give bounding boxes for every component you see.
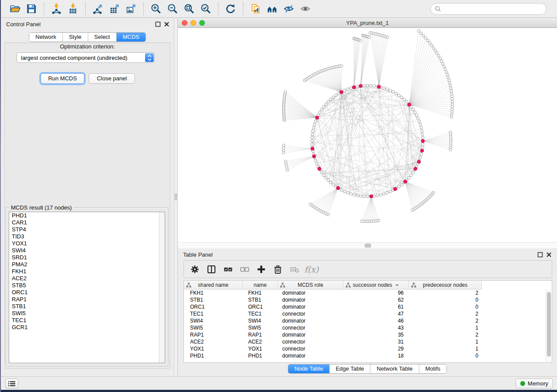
mcds-result-item[interactable]: RAP1 <box>9 296 165 303</box>
table-row[interactable]: FKH1FKH1dominator962 <box>184 289 482 296</box>
mcds-result-item[interactable]: TEC1 <box>9 317 165 324</box>
network-window-title: YPA_prune.txt_1 <box>178 20 557 26</box>
mcds-result-item[interactable]: YOX1 <box>9 240 165 247</box>
hide-selected-button[interactable] <box>280 2 297 16</box>
tab-edge-table[interactable]: Edge Table <box>329 364 370 373</box>
task-history-button[interactable] <box>5 378 18 389</box>
mcds-result-item[interactable]: SWI4 <box>9 247 165 254</box>
table-cell: connector <box>278 324 343 331</box>
optimization-criterion-dropdown[interactable]: largest connected component (undirected) <box>17 52 155 63</box>
tab-network-table[interactable]: Network Table <box>370 364 419 373</box>
table-toolbar: f(x) <box>183 260 552 278</box>
mcds-result-item[interactable]: GCR1 <box>9 324 165 331</box>
vscrollbar-thumb[interactable] <box>547 292 551 357</box>
mcds-list-scrollbar[interactable] <box>159 212 165 363</box>
import-network-icon <box>51 3 62 14</box>
delete-table-button[interactable] <box>287 262 302 276</box>
table-row[interactable]: PHD1PHD1dominator180 <box>184 352 482 359</box>
divider-handle[interactable] <box>175 193 177 200</box>
table-cell: connector <box>278 310 343 317</box>
tab-mcds[interactable]: MCDS <box>116 33 145 41</box>
show-all-button[interactable] <box>297 2 314 16</box>
export-image-button[interactable] <box>123 2 139 16</box>
first-neighbors-button[interactable] <box>264 2 280 16</box>
zoom-in-button[interactable] <box>148 2 164 16</box>
close-panel-icon[interactable] <box>546 252 552 258</box>
table-row[interactable]: RAP1RAP1dominator352 <box>184 331 482 338</box>
memory-button[interactable]: Memory <box>515 378 553 389</box>
table-row[interactable]: TEC1TEC1connector472 <box>184 310 482 317</box>
table-cell: PHD1 <box>184 352 243 359</box>
table-cell: 2 <box>409 289 482 296</box>
mcds-result-item[interactable]: STB5 <box>9 282 165 289</box>
table-cell: 62 <box>343 296 409 303</box>
import-table-button[interactable] <box>65 2 81 16</box>
table-vertical-scrollbar[interactable] <box>546 289 552 362</box>
main-toolbar <box>1 0 557 18</box>
tab-network[interactable]: Network <box>29 33 62 41</box>
column-header-MCDS-role[interactable]: MCDS role <box>278 281 343 289</box>
mcds-result-item[interactable]: CAR1 <box>9 219 165 226</box>
mcds-result-list[interactable]: PHD1CAR1STP4TID3YOX1SWI4SRD1PMA2FKH1ACE2… <box>9 212 165 363</box>
table-settings-button[interactable] <box>187 262 202 276</box>
deselect-all-columns-button[interactable] <box>237 262 252 276</box>
float-panel-icon[interactable] <box>155 21 161 27</box>
column-header-predecessor-nodes[interactable]: predecessor nodes <box>409 281 482 289</box>
delete-column-button[interactable] <box>270 262 285 276</box>
memory-status-icon <box>520 381 525 386</box>
run-mcds-button[interactable]: Run MCDS <box>41 73 84 84</box>
export-network-button[interactable] <box>90 2 106 16</box>
show-columns-button[interactable] <box>204 262 219 276</box>
search-input[interactable] <box>444 5 546 14</box>
select-all-columns-button[interactable] <box>221 262 235 276</box>
table-row[interactable]: ORC1ORC1dominator610 <box>184 303 482 310</box>
hscrollbar-thumb[interactable] <box>365 244 371 248</box>
mcds-result-item[interactable]: SRD1 <box>9 254 165 261</box>
column-header-successor-nodes[interactable]: successor nodes <box>343 281 409 289</box>
tab-select[interactable]: Select <box>88 33 116 41</box>
mcds-result-item[interactable]: STP4 <box>9 226 165 233</box>
network-window-titlebar[interactable]: YPA_prune.txt_1 <box>178 18 557 28</box>
mcds-result-item[interactable]: ORC1 <box>9 289 165 296</box>
table-cell: 1 <box>409 345 482 352</box>
zoom-selected-button[interactable] <box>197 2 214 16</box>
import-network-button[interactable] <box>48 2 65 16</box>
table-row[interactable]: SWI5SWI5connector431 <box>184 324 482 331</box>
zoom-out-button[interactable] <box>164 2 181 16</box>
table-row[interactable]: STB1STB1dominator620 <box>184 296 482 303</box>
export-table-button[interactable] <box>106 2 123 16</box>
new-network-from-selection-button[interactable] <box>247 2 264 16</box>
close-panel-button[interactable]: Close panel <box>89 73 135 84</box>
table-row[interactable]: YOX1YOX1connector291 <box>184 345 482 352</box>
function-builder-button[interactable]: f(x) <box>304 262 318 276</box>
network-horizontal-scrollbar[interactable] <box>178 242 557 248</box>
network-canvas[interactable] <box>178 28 557 242</box>
network-graph[interactable] <box>178 28 557 242</box>
refresh-button[interactable] <box>222 2 239 16</box>
table-row[interactable]: ACE2ACE2connector311 <box>184 338 482 345</box>
panel-divider[interactable] <box>174 18 178 376</box>
mcds-result-item[interactable]: PHD1 <box>9 212 165 219</box>
close-panel-icon[interactable] <box>164 21 170 27</box>
column-header-name[interactable]: name <box>243 281 278 289</box>
tab-node-table[interactable]: Node Table <box>288 364 329 373</box>
create-column-button[interactable] <box>254 262 269 276</box>
shared-column-icon <box>411 282 416 288</box>
mcds-result-item[interactable]: PMA2 <box>9 261 165 268</box>
search-field[interactable] <box>430 3 547 15</box>
zoom-fit-button[interactable] <box>181 2 197 16</box>
export-image-icon <box>125 3 137 14</box>
tab-style[interactable]: Style <box>62 33 88 41</box>
column-header-shared-name[interactable]: shared name <box>184 281 243 289</box>
open-session-button[interactable] <box>7 2 23 16</box>
float-panel-icon[interactable] <box>537 252 543 258</box>
mcds-result-item[interactable]: FKH1 <box>9 268 165 275</box>
save-session-button[interactable] <box>23 2 40 16</box>
mcds-result-item[interactable]: SWI5 <box>9 310 165 317</box>
mcds-result-item[interactable]: TID3 <box>9 233 165 240</box>
mcds-result-item[interactable]: ACE2 <box>9 275 165 282</box>
tab-motifs[interactable]: Motifs <box>419 364 446 373</box>
mcds-result-item[interactable]: STB1 <box>9 303 165 310</box>
table-row[interactable]: SWI4SWI4dominator462 <box>184 317 482 324</box>
table-cell: YOX1 <box>243 345 278 352</box>
